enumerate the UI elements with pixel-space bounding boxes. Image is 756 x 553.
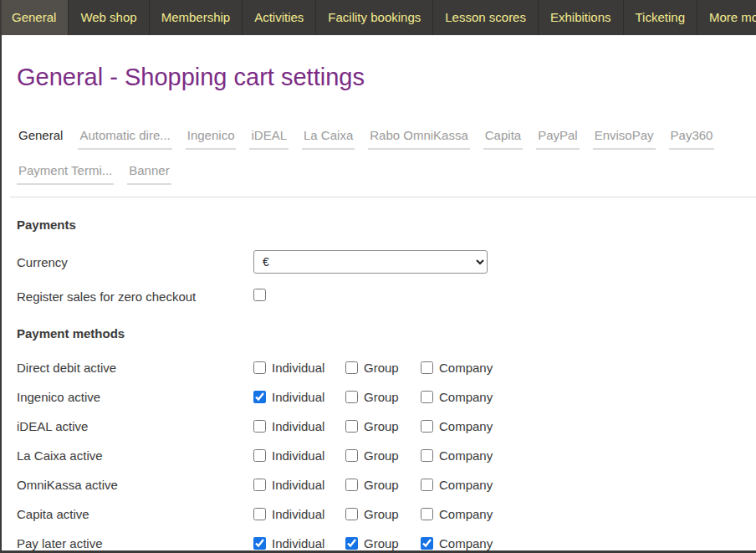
sub-tab-ideal[interactable]: iDEAL bbox=[249, 128, 289, 150]
payment-method-row-capita-active: Capita activeIndividualGroupCompany bbox=[17, 499, 739, 529]
company-checkbox-label: Company bbox=[439, 448, 493, 463]
group-cell: Group bbox=[345, 507, 421, 521]
omnikassa-active-group-checkbox[interactable] bbox=[345, 479, 358, 491]
individual-checkbox-label: Individual bbox=[272, 419, 324, 433]
top-nav-tab-exhibitions[interactable]: Exhibitions bbox=[539, 0, 624, 35]
sub-tab-ingenico[interactable]: Ingenico bbox=[186, 128, 237, 150]
sub-tab-la-caixa[interactable]: La Caixa bbox=[302, 128, 355, 150]
top-nav-tab-more-modules[interactable]: More modules bbox=[697, 0, 756, 35]
group-cell: Group bbox=[345, 448, 421, 463]
zero-checkout-checkbox[interactable] bbox=[253, 289, 266, 301]
sub-tabs-row1: GeneralAutomatic dire...IngenicoiDEALLa … bbox=[17, 128, 739, 150]
individual-cell: Individual bbox=[253, 536, 345, 550]
sub-tab-general[interactable]: General bbox=[17, 128, 64, 150]
group-checkbox-label: Group bbox=[364, 536, 399, 550]
la-caixa-active-individual-checkbox[interactable] bbox=[253, 449, 266, 462]
tabs-divider bbox=[10, 197, 756, 197]
group-checkbox-label: Group bbox=[364, 390, 399, 404]
payments-heading: Payments bbox=[17, 218, 739, 232]
ingenico-active-company-checkbox[interactable] bbox=[421, 391, 433, 403]
ingenico-active-group-checkbox[interactable] bbox=[345, 391, 358, 403]
currency-select-wrap: € bbox=[253, 250, 739, 274]
payment-method-label: Direct debit active bbox=[17, 361, 253, 375]
page-title: General - Shopping cart settings bbox=[17, 64, 739, 91]
main-content: General - Shopping cart settings General… bbox=[0, 64, 756, 553]
group-checkbox-label: Group bbox=[364, 507, 399, 521]
capita-active-company-checkbox[interactable] bbox=[421, 508, 433, 520]
top-nav-tab-membership[interactable]: Membership bbox=[150, 0, 243, 35]
top-nav-tab-web-shop[interactable]: Web shop bbox=[69, 0, 149, 35]
group-checkbox-label: Group bbox=[364, 448, 399, 463]
ideal-active-company-checkbox[interactable] bbox=[421, 420, 433, 433]
payment-method-label: Ingenico active bbox=[17, 390, 253, 404]
company-checkbox-label: Company bbox=[439, 536, 493, 550]
la-caixa-active-group-checkbox[interactable] bbox=[345, 449, 358, 462]
direct-debit-active-group-checkbox[interactable] bbox=[345, 361, 358, 374]
omnikassa-active-individual-checkbox[interactable] bbox=[253, 479, 266, 491]
currency-select[interactable]: € bbox=[253, 250, 488, 274]
window-border-left bbox=[0, 0, 2, 553]
pay-later-active-group-checkbox[interactable] bbox=[345, 537, 358, 550]
company-cell: Company bbox=[421, 448, 739, 463]
payment-method-row-direct-debit-active: Direct debit activeIndividualGroupCompan… bbox=[17, 353, 739, 382]
top-nav-tab-lesson-scores[interactable]: Lesson scores bbox=[433, 0, 539, 35]
payment-method-label: OmniKassa active bbox=[17, 478, 253, 492]
individual-checkbox-label: Individual bbox=[272, 478, 324, 492]
sub-tabs-row2: Payment Termi...Banner bbox=[17, 163, 739, 185]
company-cell: Company bbox=[421, 507, 739, 521]
payment-method-row-ingenico-active: Ingenico activeIndividualGroupCompany bbox=[17, 382, 739, 412]
payment-methods-rows: Direct debit activeIndividualGroupCompan… bbox=[17, 353, 739, 553]
payment-method-row-omnikassa-active: OmniKassa activeIndividualGroupCompany bbox=[17, 470, 739, 499]
payment-method-row-pay-later-active: Pay later activeIndividualGroupCompany bbox=[17, 529, 739, 553]
sub-tab-automatic-dire[interactable]: Automatic dire... bbox=[78, 128, 171, 150]
zero-checkout-label: Register sales for zero checkout bbox=[17, 289, 253, 304]
sub-tab-payment-termi[interactable]: Payment Termi... bbox=[17, 163, 114, 185]
individual-cell: Individual bbox=[253, 478, 345, 492]
individual-checkbox-label: Individual bbox=[272, 507, 324, 521]
company-checkbox-label: Company bbox=[439, 390, 493, 404]
individual-cell: Individual bbox=[253, 448, 345, 463]
ingenico-active-individual-checkbox[interactable] bbox=[253, 391, 266, 403]
sub-tab-banner[interactable]: Banner bbox=[127, 163, 171, 185]
group-cell: Group bbox=[345, 390, 421, 404]
sub-tab-pay360[interactable]: Pay360 bbox=[669, 128, 715, 150]
sub-tab-paypal[interactable]: PayPal bbox=[536, 128, 580, 150]
top-nav-tab-activities[interactable]: Activities bbox=[243, 0, 316, 35]
currency-label: Currency bbox=[17, 255, 253, 269]
capita-active-individual-checkbox[interactable] bbox=[253, 508, 266, 520]
individual-cell: Individual bbox=[253, 419, 345, 433]
sub-tab-envisopay[interactable]: EnvisoPay bbox=[593, 128, 656, 150]
group-cell: Group bbox=[345, 536, 421, 550]
company-checkbox-label: Company bbox=[439, 419, 493, 433]
top-nav-tab-facility-bookings[interactable]: Facility bookings bbox=[316, 0, 433, 35]
group-checkbox-label: Group bbox=[364, 419, 399, 433]
omnikassa-active-company-checkbox[interactable] bbox=[421, 479, 433, 491]
ideal-active-group-checkbox[interactable] bbox=[345, 420, 358, 433]
individual-checkbox-label: Individual bbox=[272, 448, 324, 463]
la-caixa-active-company-checkbox[interactable] bbox=[421, 449, 433, 462]
payment-methods-heading: Payment methods bbox=[17, 326, 739, 341]
top-nav-tab-ticketing[interactable]: Ticketing bbox=[624, 0, 697, 35]
group-cell: Group bbox=[345, 419, 421, 433]
pay-later-active-company-checkbox[interactable] bbox=[421, 537, 433, 550]
company-checkbox-label: Company bbox=[439, 361, 493, 375]
sub-tab-rabo-omnikassa[interactable]: Rabo OmniKassa bbox=[368, 128, 470, 150]
individual-checkbox-label: Individual bbox=[272, 361, 324, 375]
top-nav-tab-general[interactable]: General bbox=[0, 0, 69, 35]
sub-tab-capita[interactable]: Capita bbox=[483, 128, 523, 150]
company-cell: Company bbox=[421, 536, 739, 550]
capita-active-group-checkbox[interactable] bbox=[345, 508, 358, 520]
currency-row: Currency € bbox=[17, 250, 739, 274]
company-cell: Company bbox=[421, 419, 739, 433]
payment-method-label: La Caixa active bbox=[17, 448, 253, 463]
pay-later-active-individual-checkbox[interactable] bbox=[253, 537, 266, 550]
individual-checkbox-label: Individual bbox=[272, 536, 324, 550]
direct-debit-active-company-checkbox[interactable] bbox=[421, 361, 433, 374]
group-checkbox-label: Group bbox=[364, 361, 399, 375]
direct-debit-active-individual-checkbox[interactable] bbox=[253, 361, 266, 374]
group-cell: Group bbox=[345, 478, 421, 492]
zero-checkout-checkbox-wrap bbox=[253, 289, 739, 305]
payment-method-row-ideal-active: iDEAL activeIndividualGroupCompany bbox=[17, 412, 739, 441]
payment-method-row-la-caixa-active: La Caixa activeIndividualGroupCompany bbox=[17, 441, 739, 470]
ideal-active-individual-checkbox[interactable] bbox=[253, 420, 266, 433]
